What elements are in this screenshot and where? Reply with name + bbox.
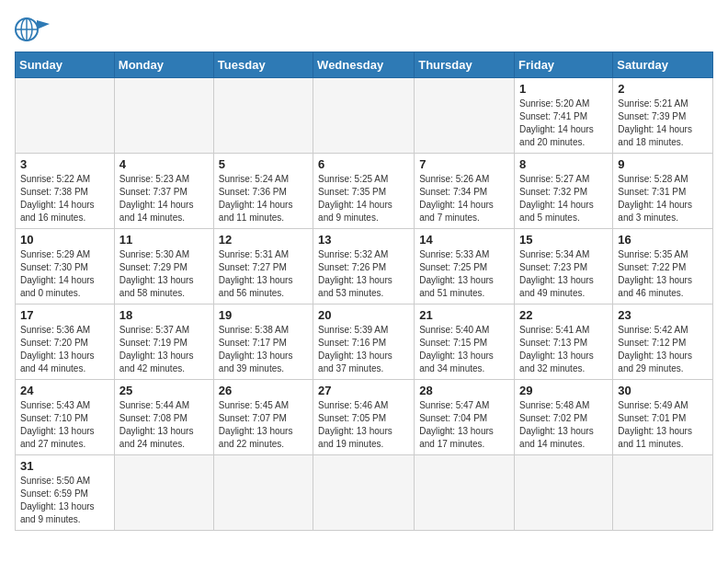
calendar-week-row: 10Sunrise: 5:29 AM Sunset: 7:30 PM Dayli… <box>16 229 713 304</box>
day-info: Sunrise: 5:21 AM Sunset: 7:39 PM Dayligh… <box>618 98 708 149</box>
day-info: Sunrise: 5:46 AM Sunset: 7:05 PM Dayligh… <box>318 399 409 451</box>
calendar-week-row: 24Sunrise: 5:43 AM Sunset: 7:10 PM Dayli… <box>16 380 713 455</box>
calendar-cell: 22Sunrise: 5:41 AM Sunset: 7:13 PM Dayli… <box>515 304 613 380</box>
day-number: 3 <box>20 157 109 171</box>
calendar-cell: 4Sunrise: 5:23 AM Sunset: 7:37 PM Daylig… <box>114 154 213 229</box>
calendar-cell: 16Sunrise: 5:35 AM Sunset: 7:22 PM Dayli… <box>613 229 713 304</box>
day-number: 1 <box>519 82 608 96</box>
day-info: Sunrise: 5:34 AM Sunset: 7:23 PM Dayligh… <box>519 248 608 300</box>
weekday-header-row: SundayMondayTuesdayWednesdayThursdayFrid… <box>16 52 713 78</box>
generalblue-logo-icon <box>15 15 50 44</box>
calendar-cell: 15Sunrise: 5:34 AM Sunset: 7:23 PM Dayli… <box>515 229 613 304</box>
calendar-cell: 26Sunrise: 5:45 AM Sunset: 7:07 PM Dayli… <box>213 380 313 455</box>
calendar-thead: SundayMondayTuesdayWednesdayThursdayFrid… <box>16 52 713 78</box>
weekday-header-sunday: Sunday <box>16 52 115 78</box>
day-number: 13 <box>318 233 409 247</box>
day-number: 12 <box>219 233 308 247</box>
day-info: Sunrise: 5:50 AM Sunset: 6:59 PM Dayligh… <box>20 475 109 526</box>
calendar-cell: 25Sunrise: 5:44 AM Sunset: 7:08 PM Dayli… <box>114 380 213 455</box>
calendar-week-row: 17Sunrise: 5:36 AM Sunset: 7:20 PM Dayli… <box>16 304 713 380</box>
day-number: 2 <box>618 82 708 96</box>
svg-marker-4 <box>37 20 50 29</box>
day-number: 30 <box>618 384 708 397</box>
calendar-cell: 18Sunrise: 5:37 AM Sunset: 7:19 PM Dayli… <box>114 304 213 380</box>
calendar-cell <box>515 455 613 531</box>
day-info: Sunrise: 5:49 AM Sunset: 7:01 PM Dayligh… <box>618 399 708 451</box>
calendar-week-row: 3Sunrise: 5:22 AM Sunset: 7:38 PM Daylig… <box>16 154 713 229</box>
day-info: Sunrise: 5:24 AM Sunset: 7:36 PM Dayligh… <box>219 173 308 224</box>
calendar-cell <box>213 78 313 154</box>
day-info: Sunrise: 5:48 AM Sunset: 7:02 PM Dayligh… <box>519 399 608 451</box>
calendar-cell: 5Sunrise: 5:24 AM Sunset: 7:36 PM Daylig… <box>213 154 313 229</box>
calendar-cell: 19Sunrise: 5:38 AM Sunset: 7:17 PM Dayli… <box>213 304 313 380</box>
calendar-cell <box>415 78 515 154</box>
day-info: Sunrise: 5:28 AM Sunset: 7:31 PM Dayligh… <box>618 173 708 224</box>
day-number: 8 <box>519 157 608 171</box>
day-number: 19 <box>219 308 308 322</box>
calendar-cell: 12Sunrise: 5:31 AM Sunset: 7:27 PM Dayli… <box>213 229 313 304</box>
day-info: Sunrise: 5:43 AM Sunset: 7:10 PM Dayligh… <box>20 399 109 451</box>
calendar-cell: 9Sunrise: 5:28 AM Sunset: 7:31 PM Daylig… <box>613 154 713 229</box>
day-number: 27 <box>318 384 409 397</box>
day-info: Sunrise: 5:42 AM Sunset: 7:12 PM Dayligh… <box>618 324 708 375</box>
calendar-cell <box>313 78 415 154</box>
day-number: 7 <box>419 157 509 171</box>
day-info: Sunrise: 5:30 AM Sunset: 7:29 PM Dayligh… <box>119 248 209 300</box>
calendar-cell <box>313 455 415 531</box>
calendar-cell: 17Sunrise: 5:36 AM Sunset: 7:20 PM Dayli… <box>16 304 115 380</box>
weekday-header-wednesday: Wednesday <box>313 52 415 78</box>
day-info: Sunrise: 5:32 AM Sunset: 7:26 PM Dayligh… <box>318 248 409 300</box>
calendar-cell: 10Sunrise: 5:29 AM Sunset: 7:30 PM Dayli… <box>16 229 115 304</box>
day-info: Sunrise: 5:40 AM Sunset: 7:15 PM Dayligh… <box>419 324 509 375</box>
calendar-cell: 27Sunrise: 5:46 AM Sunset: 7:05 PM Dayli… <box>313 380 415 455</box>
day-number: 22 <box>519 308 608 322</box>
calendar-cell <box>16 78 115 154</box>
day-info: Sunrise: 5:35 AM Sunset: 7:22 PM Dayligh… <box>618 248 708 300</box>
calendar-week-row: 1Sunrise: 5:20 AM Sunset: 7:41 PM Daylig… <box>16 78 713 154</box>
day-number: 26 <box>219 384 308 397</box>
day-info: Sunrise: 5:23 AM Sunset: 7:37 PM Dayligh… <box>119 173 209 224</box>
day-number: 9 <box>618 157 708 171</box>
calendar-cell: 1Sunrise: 5:20 AM Sunset: 7:41 PM Daylig… <box>515 78 613 154</box>
day-number: 29 <box>519 384 608 397</box>
calendar-cell <box>613 455 713 531</box>
logo <box>15 15 53 44</box>
calendar-cell: 20Sunrise: 5:39 AM Sunset: 7:16 PM Dayli… <box>313 304 415 380</box>
day-number: 17 <box>20 308 109 322</box>
day-number: 4 <box>119 157 209 171</box>
calendar-cell: 11Sunrise: 5:30 AM Sunset: 7:29 PM Dayli… <box>114 229 213 304</box>
calendar-cell: 2Sunrise: 5:21 AM Sunset: 7:39 PM Daylig… <box>613 78 713 154</box>
day-info: Sunrise: 5:36 AM Sunset: 7:20 PM Dayligh… <box>20 324 109 375</box>
weekday-header-monday: Monday <box>114 52 213 78</box>
day-info: Sunrise: 5:27 AM Sunset: 7:32 PM Dayligh… <box>519 173 608 224</box>
day-number: 25 <box>119 384 209 397</box>
day-info: Sunrise: 5:22 AM Sunset: 7:38 PM Dayligh… <box>20 173 109 224</box>
day-number: 18 <box>119 308 209 322</box>
calendar-cell: 13Sunrise: 5:32 AM Sunset: 7:26 PM Dayli… <box>313 229 415 304</box>
day-number: 21 <box>419 308 509 322</box>
weekday-header-tuesday: Tuesday <box>213 52 313 78</box>
calendar-cell <box>415 455 515 531</box>
day-info: Sunrise: 5:31 AM Sunset: 7:27 PM Dayligh… <box>219 248 308 300</box>
day-number: 23 <box>618 308 708 322</box>
calendar-cell: 28Sunrise: 5:47 AM Sunset: 7:04 PM Dayli… <box>415 380 515 455</box>
day-number: 31 <box>20 459 109 473</box>
day-number: 28 <box>419 384 509 397</box>
day-number: 24 <box>20 384 109 397</box>
calendar-tbody: 1Sunrise: 5:20 AM Sunset: 7:41 PM Daylig… <box>16 78 713 531</box>
day-info: Sunrise: 5:39 AM Sunset: 7:16 PM Dayligh… <box>318 324 409 375</box>
calendar-cell <box>213 455 313 531</box>
calendar-cell <box>114 78 213 154</box>
day-info: Sunrise: 5:37 AM Sunset: 7:19 PM Dayligh… <box>119 324 209 375</box>
calendar-cell: 29Sunrise: 5:48 AM Sunset: 7:02 PM Dayli… <box>515 380 613 455</box>
day-number: 15 <box>519 233 608 247</box>
day-info: Sunrise: 5:44 AM Sunset: 7:08 PM Dayligh… <box>119 399 209 451</box>
calendar-header <box>15 15 713 44</box>
weekday-header-saturday: Saturday <box>613 52 713 78</box>
calendar-week-row: 31Sunrise: 5:50 AM Sunset: 6:59 PM Dayli… <box>16 455 713 531</box>
day-number: 14 <box>419 233 509 247</box>
calendar-cell: 21Sunrise: 5:40 AM Sunset: 7:15 PM Dayli… <box>415 304 515 380</box>
day-number: 11 <box>119 233 209 247</box>
calendar-cell: 24Sunrise: 5:43 AM Sunset: 7:10 PM Dayli… <box>16 380 115 455</box>
day-info: Sunrise: 5:33 AM Sunset: 7:25 PM Dayligh… <box>419 248 509 300</box>
